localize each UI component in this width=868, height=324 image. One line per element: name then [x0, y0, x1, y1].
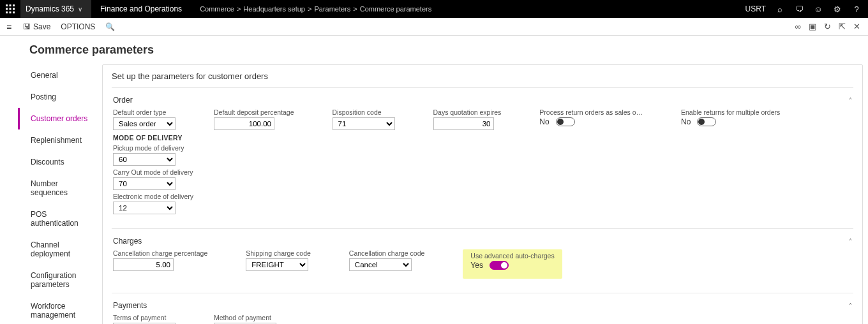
svg-rect-5 [13, 8, 15, 10]
method-of-payment-field: Method of payment CRED [214, 314, 276, 324]
sidebar-item-pos-authentication[interactable]: POS authentication [18, 203, 102, 234]
highlighted-region: Use advanced auto-charges Yes [463, 249, 562, 279]
chat-icon[interactable]: 🗨 [794, 4, 804, 14]
brand-label: Dynamics 365 [26, 4, 74, 13]
process-return-field: Process return orders as sales o… No [539, 108, 643, 130]
default-deposit-pct-field: Default deposit percentage [214, 108, 294, 130]
carryout-mode-select[interactable]: 70 [113, 177, 176, 190]
crumb[interactable]: Parameters [314, 5, 350, 13]
attach-icon[interactable]: ∞ [795, 22, 801, 31]
shipping-code-field: Shipping charge code FREIGHT [246, 249, 311, 279]
payments-header[interactable]: Payments ˄ [112, 298, 853, 313]
field-label: Enable returns for multiple orders [681, 108, 780, 116]
process-return-toggle[interactable] [556, 117, 575, 126]
enable-returns-field: Enable returns for multiple orders No [681, 108, 780, 130]
field-label: Method of payment [214, 314, 276, 321]
field-label: Cancellation charge percentage [113, 249, 207, 257]
save-icon: 🖫 [23, 22, 31, 31]
disposition-code-field: Disposition code 71 [333, 108, 395, 130]
svg-rect-1 [10, 4, 11, 6]
svg-rect-8 [13, 11, 15, 13]
default-order-type-select[interactable]: Sales order [113, 117, 176, 130]
mode-of-delivery-header: MODE OF DELIVERY [113, 134, 193, 142]
payments-title: Payments [113, 301, 147, 310]
toggle-value: No [539, 117, 549, 126]
save-button[interactable]: 🖫 Save [18, 18, 56, 36]
options-button[interactable]: OPTIONS [56, 18, 100, 36]
actionbar-right: ∞ ▣ ↻ ⇱ ✕ [795, 22, 864, 31]
cancel-charge-pct-input[interactable] [113, 258, 174, 271]
module-label: Finance and Operations [91, 0, 191, 18]
sidebar-item-replenishment[interactable]: Replenishment [18, 129, 102, 151]
enable-returns-toggle[interactable] [697, 117, 716, 126]
default-order-type-field: Default order type Sales order [113, 108, 176, 130]
electronic-mode-select[interactable]: 12 [113, 202, 176, 214]
hamburger-icon[interactable]: ≡ [0, 18, 18, 36]
chevron-up-icon: ˄ [849, 238, 852, 245]
sidebar: General Posting Customer orders Replenis… [0, 64, 102, 324]
sidebar-item-discounts[interactable]: Discounts [18, 151, 102, 173]
sidebar-item-configuration-parameters[interactable]: Configuration parameters [18, 265, 102, 295]
sidebar-item-channel-deployment[interactable]: Channel deployment [18, 234, 102, 265]
field-label: Electronic mode of delivery [113, 193, 193, 200]
days-quotation-input[interactable] [433, 117, 494, 130]
sidebar-item-number-sequences[interactable]: Number sequences [18, 173, 102, 203]
cancel-charge-code-select[interactable]: Cancel [349, 258, 412, 271]
days-quotation-field: Days quotation expires [433, 108, 502, 130]
order-header[interactable]: Order ˄ [112, 93, 853, 107]
sidebar-item-workforce-management[interactable]: Workforce management [18, 295, 102, 324]
svg-rect-2 [13, 4, 15, 6]
field-label: Pickup mode of delivery [113, 144, 193, 152]
charges-header[interactable]: Charges ˄ [112, 234, 853, 248]
page-title: Commerce parameters [0, 36, 868, 64]
mode-of-delivery-group: MODE OF DELIVERY Pickup mode of delivery… [113, 134, 193, 214]
pickup-mode-select[interactable]: 60 [113, 153, 176, 166]
field-label: Days quotation expires [433, 108, 502, 116]
svg-rect-4 [10, 8, 11, 10]
field-label: Default order type [113, 108, 176, 116]
popout-icon[interactable]: ⇱ [839, 22, 846, 31]
field-label: Carry Out mode of delivery [113, 168, 193, 176]
crumb[interactable]: Commerce parameters [360, 5, 431, 13]
office-icon[interactable]: ▣ [809, 22, 816, 31]
actionbar: ≡ 🖫 Save OPTIONS 🔍 ∞ ▣ ↻ ⇱ ✕ [0, 18, 868, 36]
search-button[interactable]: 🔍 [100, 18, 120, 36]
brand-dropdown[interactable]: Dynamics 365 ∨ [20, 0, 91, 18]
breadcrumb: Commerce> Headquarters setup> Parameters… [191, 5, 431, 13]
sidebar-item-customer-orders[interactable]: Customer orders [18, 108, 102, 129]
svg-rect-6 [6, 11, 8, 13]
main-panel: Set up the parameters for customer order… [102, 64, 863, 324]
feedback-icon[interactable]: ⌕ [775, 4, 785, 14]
order-section: Order ˄ Default order type Sales order D… [112, 87, 853, 225]
default-deposit-pct-input[interactable] [214, 117, 274, 130]
cancel-charge-pct-field: Cancellation charge percentage [113, 249, 207, 279]
use-advanced-auto-charges-toggle[interactable] [490, 261, 509, 270]
payments-section: Payments ˄ Terms of payment CreditCard M… [112, 293, 853, 324]
refresh-icon[interactable]: ↻ [824, 22, 831, 31]
svg-rect-0 [6, 4, 8, 6]
crumb[interactable]: Headquarters setup [243, 5, 305, 13]
field-label: Default deposit percentage [214, 108, 294, 116]
field-label: Cancellation charge code [349, 249, 425, 257]
crumb[interactable]: Commerce [200, 5, 234, 13]
emoji-icon[interactable]: ☺ [813, 4, 823, 14]
chevron-up-icon: ˄ [849, 302, 852, 309]
field-label: Shipping charge code [246, 249, 311, 257]
save-label: Save [33, 22, 50, 31]
close-icon[interactable]: ✕ [853, 22, 860, 31]
sidebar-item-general[interactable]: General [18, 64, 102, 86]
terms-of-payment-field: Terms of payment CreditCard [113, 314, 176, 324]
shipping-code-select[interactable]: FREIGHT [246, 258, 308, 271]
svg-rect-3 [6, 8, 8, 10]
chevron-up-icon: ˄ [849, 97, 852, 104]
toggle-value: No [681, 117, 691, 126]
disposition-code-select[interactable]: 71 [333, 117, 395, 130]
gear-icon[interactable]: ⚙ [832, 4, 842, 14]
svg-rect-7 [10, 11, 11, 13]
topbar: Dynamics 365 ∨ Finance and Operations Co… [0, 0, 868, 18]
sidebar-item-posting[interactable]: Posting [18, 86, 102, 108]
app-launcher-icon[interactable] [0, 0, 20, 18]
user-label[interactable]: USRT [745, 4, 766, 13]
help-icon[interactable]: ? [851, 4, 862, 14]
use-advanced-auto-charges-field: Use advanced auto-charges Yes [470, 252, 554, 270]
